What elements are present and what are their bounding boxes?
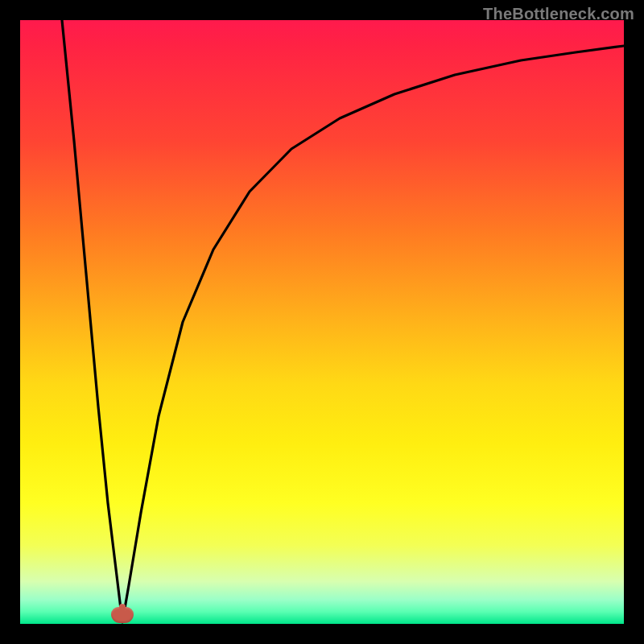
curve-layer	[20, 20, 624, 624]
plot-area	[20, 20, 624, 624]
minimum-marker	[111, 607, 134, 623]
bottleneck-curve	[62, 20, 624, 622]
chart-frame: TheBottleneck.com	[0, 0, 644, 644]
watermark-text: TheBottleneck.com	[483, 5, 634, 23]
